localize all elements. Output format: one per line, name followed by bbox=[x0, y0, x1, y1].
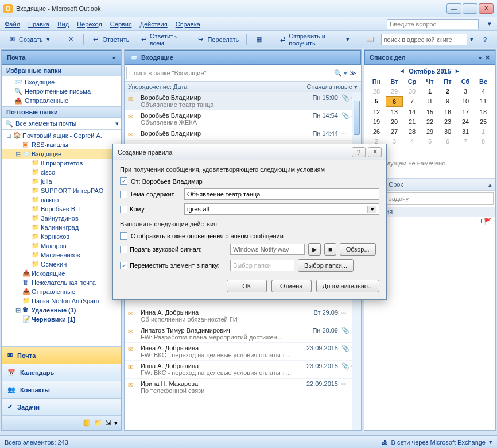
menu-file[interactable]: Файл bbox=[5, 21, 20, 28]
move-checkbox[interactable] bbox=[120, 262, 127, 269]
choose-folder-button[interactable]: Выбор папки... bbox=[298, 259, 354, 272]
configure-icon[interactable]: ▾ bbox=[114, 419, 118, 427]
calendar-day[interactable]: 8 bbox=[421, 96, 438, 107]
cancel-button[interactable]: Отмена bbox=[271, 280, 312, 292]
calendar-day[interactable]: 4 bbox=[475, 87, 492, 96]
help-button[interactable]: ? bbox=[476, 33, 494, 46]
subject-checkbox[interactable] bbox=[120, 191, 127, 198]
nav-mail[interactable]: ✉Почта bbox=[2, 346, 121, 364]
calendar-day[interactable]: 24 bbox=[457, 117, 474, 126]
calendar-day[interactable]: 31 bbox=[457, 127, 474, 136]
to-combobox[interactable]: igres-all▾ bbox=[184, 203, 379, 215]
shortcuts-icon[interactable]: ⇲ bbox=[106, 419, 111, 427]
calendar-day[interactable]: 5 bbox=[421, 137, 438, 146]
minimize-button[interactable]: — bbox=[446, 3, 461, 14]
outbox-folder[interactable]: 📤Исходящие bbox=[2, 269, 121, 278]
calendar-day[interactable]: 4 bbox=[403, 137, 421, 146]
subfolder-item[interactable]: 📁Зайнутдинов bbox=[2, 214, 121, 223]
calendar-day[interactable]: 7 bbox=[457, 137, 474, 146]
flag-icon[interactable]: ▫▫ bbox=[341, 309, 346, 316]
close-button[interactable]: ✕ bbox=[479, 3, 494, 14]
maximize-button[interactable]: ☐ bbox=[463, 3, 477, 14]
chevron-down-icon[interactable]: ▾ bbox=[354, 83, 358, 90]
chevron-down-icon[interactable]: ≫ bbox=[350, 69, 356, 77]
flag-icon[interactable]: ▫▫ bbox=[341, 380, 346, 387]
ok-button[interactable]: ОК bbox=[227, 280, 267, 292]
subfolder-item[interactable]: 📁Корнюхов bbox=[2, 232, 121, 241]
new-button[interactable]: ✉Создать▾ bbox=[3, 33, 55, 46]
close-icon[interactable]: ✕ bbox=[485, 54, 490, 61]
subfolder-item[interactable]: 📁важно bbox=[2, 195, 121, 204]
nav-contacts[interactable]: 👥Контакты bbox=[2, 381, 121, 398]
calendar-day[interactable]: 6 bbox=[439, 137, 456, 146]
fav-sent[interactable]: 📤Отправленные bbox=[2, 96, 121, 105]
calendar-day[interactable]: 29 bbox=[421, 127, 438, 136]
subject-input[interactable] bbox=[184, 188, 379, 200]
calendar-day[interactable]: 30 bbox=[439, 127, 456, 136]
calendar-day[interactable]: 14 bbox=[403, 107, 421, 117]
flag-icon[interactable]: ▫▫ bbox=[341, 130, 346, 137]
advanced-button[interactable]: Дополнительно... bbox=[316, 280, 379, 292]
message-row[interactable]: ✉Ирина Н. МакароваПо телефонной связи22.… bbox=[125, 379, 361, 396]
calendar-day[interactable]: 5 bbox=[368, 96, 385, 107]
from-checkbox[interactable] bbox=[120, 177, 127, 185]
message-row[interactable]: ✉Воробьёв ВладимирОбъявление театр танца… bbox=[125, 92, 361, 110]
subfolder-item[interactable]: 📁Воробьёв В.Т. bbox=[2, 204, 121, 214]
forward-button[interactable]: ↪Переслать bbox=[192, 33, 243, 46]
delete-button[interactable]: ✕ bbox=[63, 33, 80, 46]
to-checkbox[interactable] bbox=[120, 206, 127, 213]
calendar-day[interactable]: 11 bbox=[475, 96, 492, 107]
calendar-day[interactable]: 1 bbox=[421, 87, 438, 96]
folder-search-input[interactable]: Поиск в папке "Входящие" 🔍 ▾ ≫ bbox=[126, 67, 359, 79]
norton-folder[interactable]: 📁Папка Norton AntiSpam bbox=[2, 296, 121, 306]
menu-actions[interactable]: Действия bbox=[140, 21, 168, 28]
ask-dropdown[interactable]: ▾ bbox=[487, 20, 492, 28]
calendar-day[interactable]: 3 bbox=[386, 137, 403, 146]
menu-edit[interactable]: Правка bbox=[28, 21, 49, 28]
subfolder-item[interactable]: 📁Калининград bbox=[2, 223, 121, 232]
message-row[interactable]: ✉Воробьёв ВладимирПн 14:44▫▫ bbox=[125, 128, 361, 141]
address-book-button[interactable]: 📖 bbox=[362, 33, 379, 46]
menu-view[interactable]: Вид bbox=[57, 21, 69, 28]
search-icon[interactable]: 🔍 ▾ bbox=[334, 69, 347, 77]
chevron-right-icon[interactable]: » bbox=[478, 54, 482, 61]
nav-tasks[interactable]: ✔Задачи bbox=[2, 398, 121, 415]
address-search-dropdown[interactable]: ▾ bbox=[469, 36, 474, 43]
subfolder-item[interactable]: 📁julia bbox=[2, 177, 121, 186]
deleted-folder[interactable]: ⊞🗑Удаленные (1) bbox=[2, 306, 121, 315]
fav-inbox[interactable]: 📨Входящие bbox=[2, 78, 121, 87]
drafts-folder[interactable]: 📝Черновики [1] bbox=[2, 315, 121, 324]
calendar-day[interactable]: 12 bbox=[368, 107, 385, 117]
notes-icon[interactable]: 📒 bbox=[83, 419, 91, 427]
message-row[interactable]: ✉Липатов Тимур ВладимировичFW: Разработк… bbox=[125, 325, 361, 343]
folder-list-icon[interactable]: 📁 bbox=[94, 419, 102, 427]
play-button[interactable]: ▶ bbox=[308, 243, 321, 256]
browse-button[interactable]: Обзор... bbox=[340, 243, 376, 256]
calendar-day[interactable]: 23 bbox=[439, 117, 456, 126]
calendar-day[interactable]: 3 bbox=[457, 87, 474, 96]
calendar-day[interactable]: 19 bbox=[368, 117, 385, 126]
fav-unread[interactable]: 🔍Непрочтенные письма bbox=[2, 87, 121, 96]
calendar-day[interactable]: 20 bbox=[386, 117, 403, 126]
calendar-day[interactable]: 30 bbox=[403, 87, 421, 96]
favorites-header[interactable]: Избранные папки bbox=[2, 65, 121, 76]
subfolder-item[interactable]: 📁Масленников bbox=[2, 250, 121, 260]
nav-calendar[interactable]: 📅Календарь bbox=[2, 364, 121, 381]
prev-month-button[interactable]: ◂ bbox=[401, 67, 404, 75]
calendar-day[interactable]: 21 bbox=[403, 117, 421, 126]
ask-question-input[interactable]: Введите вопрос bbox=[387, 19, 479, 29]
next-month-button[interactable]: ▸ bbox=[456, 67, 459, 75]
message-row[interactable]: ✉Инна А. ДобрынинаОб исполнении обязанно… bbox=[125, 307, 361, 325]
calendar-day[interactable]: 1 bbox=[475, 127, 492, 136]
dialog-help-button[interactable]: ? bbox=[352, 147, 366, 157]
send-receive-button[interactable]: ⇄Отправить и получить▾ bbox=[275, 33, 354, 46]
message-row[interactable]: ✉Воробьёв ВладимирОбъявление ЖЕКАПн 14:5… bbox=[125, 110, 361, 128]
calendar-day[interactable]: 26 bbox=[368, 127, 385, 136]
mailbox-root[interactable]: ⊟🏠Почтовый ящик - Сергей А. bbox=[2, 131, 121, 140]
dialog-close-button[interactable]: ✕ bbox=[368, 147, 382, 157]
mail-folders-header[interactable]: Почтовые папки bbox=[2, 106, 121, 118]
calendar-month-label[interactable]: Октябрь 2015 bbox=[409, 68, 451, 75]
chevron-down-icon[interactable]: ▾ bbox=[367, 206, 376, 213]
sent-folder[interactable]: 📤Отправленные bbox=[2, 287, 121, 296]
subfolder-item[interactable]: 📁Макаров bbox=[2, 241, 121, 250]
